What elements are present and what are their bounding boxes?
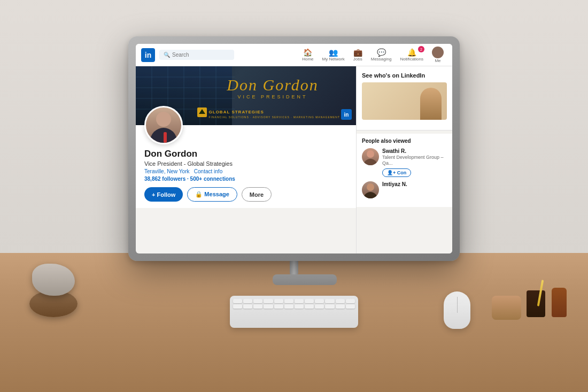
sidebar-avatar-1 — [362, 148, 379, 165]
ad-person-image — [420, 88, 442, 120]
nav-label-home: Home — [302, 57, 313, 62]
profile-actions: + Follow 🔒 Message More — [144, 187, 347, 202]
nav-item-messaging[interactable]: 💬 Messaging — [368, 46, 395, 64]
profile-name: Don Gordon — [144, 149, 347, 159]
linkedin-share-icon: in — [341, 109, 352, 120]
sidebar-person-2: Imtiyaz N. — [362, 181, 447, 198]
monitor-screen: in 🔍 🏠 Home 👥 My Network — [136, 44, 452, 253]
cover-signature: Don Gordon VICE PRESIDENT — [221, 77, 324, 99]
linkedin-navbar: in 🔍 🏠 Home 👥 My Network — [136, 44, 452, 66]
stand-base — [273, 274, 337, 285]
nav-item-notifications[interactable]: 2 🔔 Notifications — [397, 46, 427, 64]
monitor-bezel: in 🔍 🏠 Home 👥 My Network — [128, 36, 460, 261]
profile-location: Teraville, New York Contact info — [144, 168, 347, 174]
right-sidebar: See who's on LinkedIn People also viewed — [356, 66, 452, 253]
connect-label-1: Con — [397, 170, 407, 175]
avatar-tie — [164, 132, 167, 143]
network-icon: 👥 — [329, 48, 338, 57]
main-content: Don Gordon VICE PRESIDENT GLOBAL STRATEG… — [136, 66, 452, 253]
location-text: Teraville, New York — [144, 168, 189, 174]
profile-info: Don Gordon Vice President - Global Strat… — [136, 125, 356, 208]
contact-info-link[interactable]: Contact info — [194, 168, 222, 174]
search-icon: 🔍 — [164, 52, 170, 58]
message-button[interactable]: 🔒 Message — [187, 187, 237, 202]
company-logo-icon — [197, 107, 207, 117]
nav-label-me: Me — [435, 58, 440, 63]
profile-photo — [144, 106, 183, 144]
company-tagline: FINANCIAL SOLUTIONS · ADVISORY SERVICES … — [209, 116, 340, 119]
ad-title-text: See who's on LinkedIn — [362, 72, 425, 79]
sidebar-person-role-1: Talent Development Group – Qa... — [382, 155, 447, 166]
signature-text: Don Gordon — [227, 77, 318, 93]
monitor: in 🔍 🏠 Home 👥 My Network — [128, 36, 460, 261]
nav-item-home[interactable]: 🏠 Home — [299, 46, 316, 64]
nav-item-me[interactable]: Me — [429, 44, 447, 65]
linkedin-logo-text: in — [145, 51, 151, 59]
notifications-icon: 🔔 — [407, 48, 416, 57]
nav-items: 🏠 Home 👥 My Network 💼 Jobs 💬 Messaging — [299, 44, 447, 65]
nav-label-notifications: Notifications — [400, 57, 423, 62]
connect-button-1[interactable]: 👤+ Con — [382, 168, 411, 177]
search-input[interactable] — [172, 52, 226, 58]
profile-stats[interactable]: 38,862 followers · 500+ connections — [144, 176, 347, 182]
people-section-title: People also viewed — [362, 138, 447, 144]
profile-title: Vice President - Global Strategies — [144, 160, 347, 167]
messaging-icon: 💬 — [377, 48, 386, 57]
cover-vp-text: VICE PRESIDENT — [237, 94, 307, 99]
sidebar-ad: See who's on LinkedIn — [357, 66, 452, 130]
sidebar-avatar-2 — [362, 181, 379, 198]
search-bar[interactable]: 🔍 — [159, 50, 234, 60]
cover-company-logo: GLOBAL STRATEGIES FINANCIAL SOLUTIONS · … — [197, 106, 340, 119]
nav-label-jobs: Jobs — [353, 57, 362, 62]
nav-label-network: My Network — [322, 57, 345, 62]
connect-icon-1: 👤+ — [387, 170, 396, 175]
home-icon: 🏠 — [303, 48, 312, 57]
nav-label-messaging: Messaging — [371, 57, 392, 62]
nav-item-jobs[interactable]: 💼 Jobs — [350, 46, 366, 64]
more-button[interactable]: More — [242, 187, 272, 202]
jobs-icon: 💼 — [353, 48, 362, 57]
profile-section: Don Gordon VICE PRESIDENT GLOBAL STRATEG… — [136, 66, 356, 253]
follow-button[interactable]: + Follow — [144, 187, 183, 202]
company-name: GLOBAL STRATEGIES — [209, 110, 264, 114]
people-also-viewed: People also viewed Swathi R. Talent Deve… — [357, 134, 452, 207]
nav-item-network[interactable]: 👥 My Network — [319, 46, 348, 64]
linkedin-logo[interactable]: in — [141, 48, 155, 62]
notifications-badge: 2 — [418, 46, 424, 52]
avatar-head — [156, 112, 171, 127]
sidebar-person-name-2: Imtiyaz N. — [382, 181, 447, 188]
ad-image — [362, 82, 447, 120]
sidebar-person-info-1: Swathi R. Talent Development Group – Qa.… — [382, 148, 447, 177]
sidebar-person-1: Swathi R. Talent Development Group – Qa.… — [362, 148, 447, 177]
sidebar-person-name-1: Swathi R. — [382, 148, 447, 155]
ad-title: See who's on LinkedIn — [362, 72, 447, 79]
user-avatar-nav — [432, 47, 444, 58]
sidebar-person-info-2: Imtiyaz N. — [382, 181, 447, 188]
